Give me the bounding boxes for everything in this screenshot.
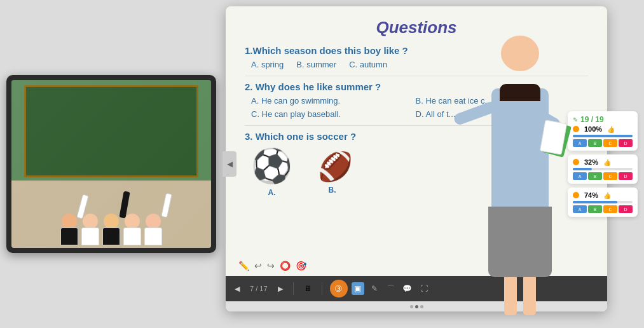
presentation-btn[interactable]: ▣ (352, 282, 364, 295)
stat1-btn-d: D (619, 139, 633, 147)
stat2-btn-b: B (588, 172, 602, 180)
target-icon[interactable]: 🎯 (296, 261, 306, 271)
stat2-indicator (573, 159, 579, 165)
lasso-btn[interactable]: ⌒ (385, 282, 397, 295)
page-indicator: 7 / 17 (250, 285, 268, 292)
stat-card-2: 32% 👍 A B C D (568, 154, 638, 184)
rugby-ball-icon: 🏈 (318, 150, 353, 183)
student-4 (123, 214, 141, 245)
page-dot-2 (415, 305, 418, 308)
board-left-arrow[interactable]: ◀ (223, 151, 236, 177)
left-monitor (6, 75, 216, 253)
pen-btn[interactable]: ✎ (368, 282, 381, 295)
q1-option-b: B. summer (296, 60, 336, 69)
stat2-btn-d: D (619, 172, 633, 180)
draw-icon[interactable]: ✏️ (238, 261, 249, 271)
q2-option-d: D. All of t... (416, 109, 568, 119)
stat2-progress-bar (573, 168, 633, 170)
stat2-progress-fill (573, 168, 592, 170)
stat1-progress-fill (573, 135, 633, 137)
stat1-abcd: A B C D (573, 139, 633, 147)
stat3-percent: 74% (584, 191, 598, 199)
stat1-percent: 100% (584, 125, 602, 133)
stat-card-1: ✎ 19 / 19 100% 👍 A B C D (568, 111, 638, 151)
stat2-abcd: A B C D (573, 172, 633, 180)
question-3: 3. Which one is soccer ? ⚽ A. 🏈 B. (245, 131, 588, 197)
pencil-icon-1: ✎ (573, 116, 578, 123)
fullscreen-btn[interactable]: ⛶ (418, 282, 430, 295)
stat3-indicator (573, 192, 579, 198)
student-1 (60, 214, 78, 245)
stat1-btn-a: A (573, 139, 587, 147)
screen-share-icon[interactable]: 🖥 (301, 282, 314, 295)
record-indicator: ③ (330, 280, 348, 297)
q1-option-a: A. spring (251, 60, 284, 69)
q3-option-b: 🏈 B. (312, 150, 353, 195)
board-title: Questions (245, 18, 588, 38)
question-1: 1.Which season does this boy like ? A. s… (245, 45, 588, 69)
stat2-btn-c: C (603, 172, 617, 180)
stat1-btn-c: C (603, 139, 617, 147)
main-scene: ◀ Questions 1.Which season does this boy… (0, 0, 644, 328)
comment-btn[interactable]: 💬 (401, 282, 414, 295)
q1-option-c: C. autumn (349, 60, 387, 69)
stat2-percent: 32% (584, 158, 598, 166)
page-dot-1 (410, 305, 413, 308)
student-3 (102, 214, 120, 245)
stat3-btn-b: B (588, 205, 602, 213)
stat1-count: 19 / 19 (580, 115, 604, 124)
stat3-btn-d: D (619, 205, 633, 213)
right-stats-panel: ✎ 19 / 19 100% 👍 A B C D 32% (568, 111, 638, 217)
stat2-thumb: 👍 (603, 159, 611, 166)
stat1-btn-b: B (588, 139, 602, 147)
circle-icon[interactable]: ⭕ (280, 261, 291, 271)
stat3-abcd: A B C D (573, 205, 633, 213)
q2-option-c: C. He can play baseball. (251, 109, 403, 119)
q3-text: 3. Which one is soccer ? (245, 131, 588, 142)
stat1-progress-bar (573, 135, 633, 137)
q3-label-b: B. (329, 186, 336, 195)
stat-card-3: 74% 👍 A B C D (568, 188, 638, 217)
student-5 (144, 214, 162, 245)
stat1-thumb: 👍 (607, 126, 615, 133)
redo-icon[interactable]: ↪ (267, 261, 275, 271)
stat3-progress-bar (573, 201, 633, 203)
q2-option-a: A. He can go swimming. (251, 96, 403, 106)
stat2-btn-a: A (573, 172, 587, 180)
stat3-btn-a: A (573, 205, 587, 213)
q3-label-a: A. (268, 188, 276, 197)
soccer-ball-icon: ⚽ (251, 147, 292, 186)
classroom-screen (11, 80, 211, 248)
board-toolbar: ◀ 7 / 17 ▶ 🖥 ③ ▣ ✎ ⌒ 💬 ⛶ (226, 276, 607, 301)
page-dot-3 (420, 305, 423, 308)
stat1-indicator (573, 126, 579, 132)
nav-prev-btn[interactable]: ◀ (232, 284, 242, 294)
board-bottom-bar (226, 301, 607, 311)
stat3-progress-fill (573, 201, 617, 203)
student-2 (81, 214, 99, 245)
stat3-thumb: 👍 (603, 192, 611, 199)
q2-text: 2. Why does he like summer ? (245, 81, 588, 92)
main-whiteboard: Questions 1.Which season does this boy l… (226, 6, 607, 311)
undo-icon[interactable]: ↩ (254, 261, 262, 271)
stat3-btn-c: C (603, 205, 617, 213)
q3-option-a: ⚽ A. (251, 147, 292, 197)
nav-next-btn[interactable]: ▶ (275, 284, 285, 294)
q1-text: 1.Which season does this boy like ? (245, 45, 588, 56)
q2-option-b: B. He can eat ice c... (416, 96, 568, 106)
question-2: 2. Why does he like summer ? A. He can g… (245, 81, 588, 119)
